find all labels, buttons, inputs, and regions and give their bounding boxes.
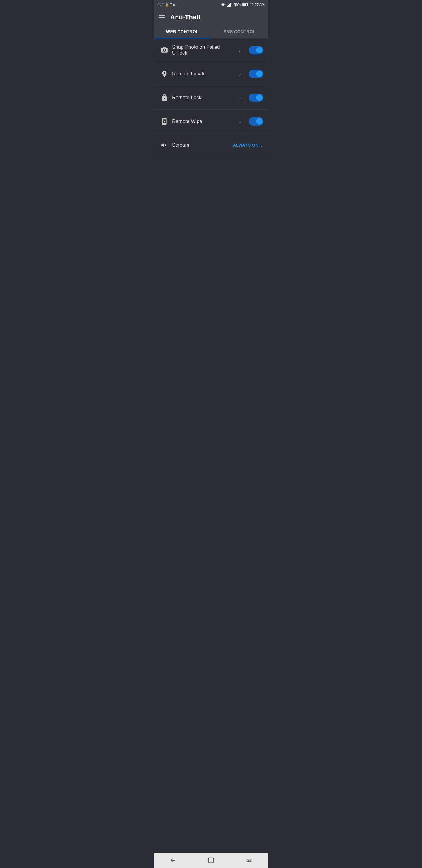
divider-1	[245, 44, 245, 56]
scream-chevron: ⌄	[260, 143, 263, 148]
remote-locate-chevron: ⌄	[238, 71, 241, 77]
time-display: 10:57 AM	[250, 3, 265, 7]
battery-level: 56%	[234, 3, 241, 7]
back-button[interactable]	[164, 856, 182, 865]
speaker-icon	[159, 139, 170, 151]
snap-photo-chevron: ⌄	[238, 48, 241, 53]
tab-web-control[interactable]: WEB CONTROL	[154, 25, 211, 38]
scream-item[interactable]: Scream ALWAYS ON ⌄	[154, 133, 268, 157]
svg-rect-2	[243, 3, 246, 6]
scream-label: Scream	[172, 142, 233, 148]
youtube-status-icon: ▶	[173, 3, 175, 7]
content-spacer	[154, 157, 268, 853]
shield-status-icon: ❞	[162, 3, 164, 7]
always-on-label: ALWAYS ON	[233, 143, 258, 148]
hamburger-menu[interactable]	[159, 15, 165, 19]
status-icons: ⛶ ❞ 🔒 T ▶ ☷	[157, 3, 180, 7]
remote-lock-label: Remote Lock	[172, 95, 236, 101]
home-button[interactable]	[202, 856, 220, 865]
wipe-icon	[159, 116, 170, 127]
remote-lock-toggle[interactable]	[249, 94, 263, 102]
remote-wipe-toggle[interactable]	[249, 117, 263, 125]
divider-2	[245, 68, 245, 80]
remote-locate-toggle[interactable]	[249, 70, 263, 78]
battery-icon	[242, 3, 248, 6]
t-status-icon: T	[170, 3, 172, 7]
camera-icon	[159, 44, 170, 56]
status-right: 56% 10:57 AM	[221, 3, 265, 7]
signal-bars	[227, 3, 232, 7]
remote-lock-item[interactable]: Remote Lock ⌄	[154, 86, 268, 110]
status-bar: ⛶ ❞ 🔒 T ▶ ☷ 56% 10:57 AM	[154, 0, 268, 9]
snap-photo-toggle[interactable]	[249, 46, 263, 54]
divider-3	[245, 92, 245, 103]
bottom-nav	[154, 853, 268, 868]
recent-apps-button[interactable]	[240, 856, 258, 865]
wifi-icon	[221, 3, 225, 6]
snap-photo-item[interactable]: Snap Photo on Failed Unlock ⌄	[154, 38, 268, 62]
svg-rect-3	[209, 858, 214, 863]
remote-wipe-item[interactable]: Remote Wipe ⌄	[154, 110, 268, 133]
svg-rect-1	[248, 4, 249, 6]
snap-photo-label: Snap Photo on Failed Unlock	[172, 44, 236, 56]
image-status-icon: ⛶	[157, 3, 161, 6]
content-area: Snap Photo on Failed Unlock ⌄ Remote Loc…	[154, 38, 268, 853]
grid-status-icon: ☷	[177, 3, 180, 6]
lock-icon	[159, 92, 170, 103]
remote-wipe-chevron: ⌄	[238, 119, 241, 124]
location-icon	[159, 68, 170, 80]
remote-lock-chevron: ⌄	[238, 95, 241, 101]
divider-4	[245, 116, 245, 127]
tabs-container: WEB CONTROL SMS CONTROL	[154, 25, 268, 38]
remote-locate-item[interactable]: Remote Locate ⌄	[154, 62, 268, 86]
tab-sms-control[interactable]: SMS CONTROL	[211, 25, 268, 38]
header: Anti-Theft	[154, 9, 268, 25]
lock-status-icon: 🔒	[165, 3, 169, 7]
header-title: Anti-Theft	[170, 13, 201, 21]
remote-wipe-label: Remote Wipe	[172, 119, 236, 124]
remote-locate-label: Remote Locate	[172, 71, 236, 77]
